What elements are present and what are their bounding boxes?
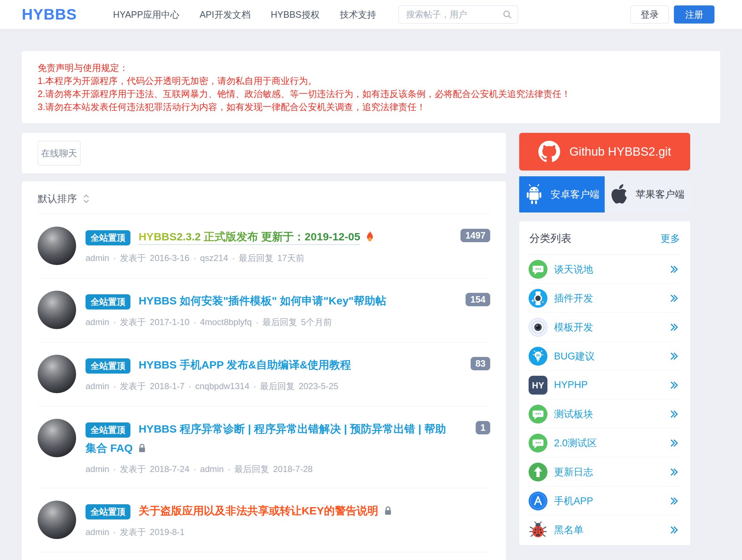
sort-control[interactable]: 默认排序 xyxy=(38,181,490,214)
pinned-badge: 全站置顶 xyxy=(86,422,130,438)
search-wrap xyxy=(399,5,518,24)
android-icon xyxy=(525,184,543,205)
post-row: 全站置顶 HYBBS 手机APP 发布&自助编译&使用教程 admin · 发表… xyxy=(38,342,490,407)
category-item-changelog[interactable]: 更新日志 xyxy=(529,458,681,487)
category-item-mobile-app[interactable]: 手机APP xyxy=(529,487,681,515)
nav-item-license[interactable]: HYBBS授权 xyxy=(271,9,320,21)
category-item-chitchat[interactable]: 谈天说地 xyxy=(529,255,681,284)
pinned-badge: 全站置顶 xyxy=(86,294,130,310)
pinned-badge: 全站置顶 xyxy=(86,504,130,519)
appstore-icon xyxy=(529,492,547,510)
double-chevron-icon xyxy=(668,438,679,449)
post-row: 全站置顶 HYBBS2.3.2 正式版发布 更新于：2019-12-05 adm… xyxy=(38,214,490,278)
category-item-hyphp[interactable]: HY HYPHP xyxy=(529,371,681,400)
online-chat-button[interactable]: 在线聊天 xyxy=(38,141,80,165)
post-title-line: 全站置顶 HYBBS 程序异常诊断 | 程序异常出错解决 | 预防异常出错 | … xyxy=(86,420,448,458)
double-chevron-icon xyxy=(668,322,679,333)
camera-lens-icon xyxy=(529,318,547,337)
post-list-card: 默认排序 全站置顶 HYBBS2.3.2 正式版发布 更新于：2019-12-0… xyxy=(22,181,506,560)
post-row: 全站置顶 HYBBS 程序异常诊断 | 程序异常出错解决 | 预防异常出错 | … xyxy=(38,407,490,488)
chat-bubble-icon xyxy=(529,434,547,452)
login-button[interactable]: 登录 xyxy=(630,5,669,24)
apple-client-label: 苹果客户端 xyxy=(636,188,685,201)
category-card: 分类列表 更多 谈天说地 xyxy=(519,221,690,545)
avatar[interactable] xyxy=(38,419,76,457)
github-button[interactable]: Github HYBBS2.git xyxy=(519,133,690,170)
post-title-line: 全站置顶 HYBBS 手机APP 发布&自助编译&使用教程 xyxy=(86,355,351,375)
register-button[interactable]: 注册 xyxy=(674,5,714,24)
svg-text:m: m xyxy=(536,353,540,357)
search-input[interactable] xyxy=(399,5,518,24)
category-title: 分类列表 xyxy=(529,231,571,246)
github-button-label: Github HYBBS2.git xyxy=(570,145,671,159)
fire-icon xyxy=(366,237,374,243)
android-client-label: 安卓客户端 xyxy=(551,188,600,201)
chat-bubble-icon xyxy=(529,260,547,279)
sort-label: 默认排序 xyxy=(38,192,77,205)
post-title-link[interactable]: 关于盗版应用以及非法共享或转让KEY的警告说明 xyxy=(138,505,378,517)
lock-icon xyxy=(384,511,392,517)
post-meta: admin · 发表于 2017-1-10 · 4moct8bplyfq · 最… xyxy=(86,316,386,328)
category-more-link[interactable]: 更多 xyxy=(660,232,680,245)
pinned-badge: 全站置顶 xyxy=(86,358,130,374)
category-item-test-zone[interactable]: 2.0测试区 xyxy=(529,429,681,458)
disclaimer-rule-2: 2.请勿将本开源程序用于违法、互联网暴力、铯情、政治敏感、等一切违法行为，如有违… xyxy=(38,87,704,100)
post-title-line: 全站置顶 HYBBS 如何安装"插件模板" 如何申请"Key"帮助帖 xyxy=(86,291,386,311)
nav-item-hyapp[interactable]: HYAPP应用中心 xyxy=(113,9,179,21)
category-item-plugin-dev[interactable]: 插件开发 xyxy=(529,284,681,313)
double-chevron-icon xyxy=(668,351,679,362)
double-chevron-icon xyxy=(668,467,679,477)
nav-item-support[interactable]: 技术支持 xyxy=(340,9,376,21)
up-arrow-icon xyxy=(529,463,547,481)
category-item-blacklist[interactable]: 黑名单 xyxy=(529,515,681,544)
chat-bubble-icon xyxy=(529,405,547,424)
reply-count-badge: 1497 xyxy=(460,229,490,242)
disclaimer-rule-1: 1.本程序为开源程序，代码公开透明无加密，请勿私自用于商业行为。 xyxy=(38,74,704,87)
double-chevron-icon xyxy=(668,293,679,304)
post-title-line: 全站置顶 HYBBS2.3.2 正式版发布 更新于：2019-12-05 xyxy=(86,227,374,247)
post-meta: admin · 发表于 2018-7-24 · admin · 最后回复 201… xyxy=(86,463,448,475)
client-buttons: 安卓客户端 苹果客户端 xyxy=(519,176,690,212)
category-item-bug-suggest[interactable]: m BUG建议 xyxy=(529,342,681,371)
site-logo[interactable]: HYBBS xyxy=(22,6,77,23)
pinned-badge: 全站置顶 xyxy=(86,230,130,245)
double-chevron-icon xyxy=(668,264,679,275)
android-client-button[interactable]: 安卓客户端 xyxy=(519,176,605,212)
apple-client-button[interactable]: 苹果客户端 xyxy=(605,176,690,212)
post-row: 全站置顶 如有急事 请联系站长QQ：4174201 xyxy=(38,552,490,560)
svg-text:HY: HY xyxy=(532,380,544,390)
avatar[interactable] xyxy=(38,501,76,539)
reply-count-badge: 1 xyxy=(476,421,490,434)
post-meta: admin · 发表于 2016-3-16 · qsz214 · 最后回复 17… xyxy=(86,252,374,264)
post-row: 全站置顶 关于盗版应用以及非法共享或转让KEY的警告说明 admin · 发表于… xyxy=(38,488,490,552)
chat-card: 在线聊天 xyxy=(22,133,506,173)
hy-logo-icon: HY xyxy=(529,376,547,395)
github-icon xyxy=(538,141,560,163)
double-chevron-icon xyxy=(668,525,679,535)
category-item-template-dev[interactable]: 模板开发 xyxy=(529,313,681,342)
category-item-test-board[interactable]: 测试板块 xyxy=(529,400,681,429)
post-title-link[interactable]: HYBBS2.3.2 正式版发布 更新于：2019-12-05 xyxy=(138,231,360,245)
post-row: 全站置顶 HYBBS 如何安装"插件模板" 如何申请"Key"帮助帖 admin… xyxy=(38,278,490,342)
avatar[interactable] xyxy=(38,291,76,329)
disclaimer-rule-3: 3.请勿在本站发表任何违法犯罪活动行为内容，如有发现一律配合公安机关调查，追究法… xyxy=(38,100,704,113)
nav-item-api-docs[interactable]: API开发文档 xyxy=(200,9,250,21)
navbar: HYBBS HYAPP应用中心 API开发文档 HYBBS授权 技术支持 登录 … xyxy=(0,0,742,29)
search-icon[interactable] xyxy=(502,9,512,21)
lightbulb-icon: m xyxy=(529,347,547,366)
post-title-link[interactable]: HYBBS 如何安装"插件模板" 如何申请"Key"帮助帖 xyxy=(138,295,386,307)
sort-arrows-icon xyxy=(82,193,91,204)
avatar[interactable] xyxy=(38,355,76,393)
disclaimer-card: 免责声明与使用规定： 1.本程序为开源程序，代码公开透明无加密，请勿私自用于商业… xyxy=(22,51,720,123)
double-chevron-icon xyxy=(668,496,679,506)
double-chevron-icon xyxy=(668,380,679,391)
avatar[interactable] xyxy=(38,227,76,265)
disclaimer-heading: 免责声明与使用规定： xyxy=(38,61,704,74)
reply-count-badge: 154 xyxy=(466,293,490,306)
lock-icon xyxy=(138,448,146,454)
post-title-line: 全站置顶 关于盗版应用以及非法共享或转让KEY的警告说明 xyxy=(86,501,392,521)
post-title-link[interactable]: HYBBS 手机APP 发布&自助编译&使用教程 xyxy=(138,359,351,371)
watch-icon xyxy=(529,289,547,308)
ladybug-icon xyxy=(529,521,547,539)
nav-links: HYAPP应用中心 API开发文档 HYBBS授权 技术支持 xyxy=(113,9,376,21)
